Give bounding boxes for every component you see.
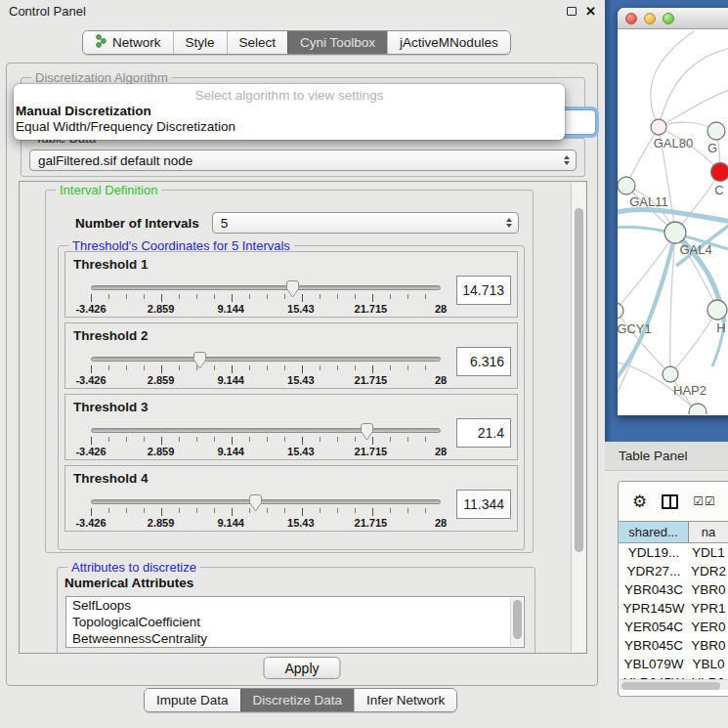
table-cell[interactable]: YBR0	[689, 636, 728, 655]
network-node[interactable]	[663, 366, 678, 382]
threshold-value-field[interactable]: 11.344	[456, 490, 511, 519]
zoom-traffic-light-icon[interactable]	[663, 13, 674, 24]
table-cell[interactable]: YPR1	[689, 599, 728, 618]
tab-style[interactable]: Style	[173, 31, 227, 54]
slider-thumb-icon[interactable]	[248, 493, 263, 513]
threshold-value-field[interactable]: 14.713	[456, 276, 511, 305]
checkbox-icons[interactable]: ☑☑	[693, 494, 716, 508]
tab-cyni-toolbox[interactable]: Cyni Toolbox	[287, 31, 387, 54]
network-node[interactable]	[618, 177, 635, 194]
network-node[interactable]	[664, 222, 686, 243]
numerical-attributes-list[interactable]: SelfLoopsTopologicalCoefficientBetweenne…	[65, 596, 525, 648]
table-cell[interactable]: YBL0	[689, 655, 728, 673]
table-cell[interactable]: YDR27...	[619, 562, 689, 580]
close-traffic-light-icon[interactable]	[625, 13, 637, 24]
network-edge[interactable]	[670, 310, 717, 374]
threshold-slider[interactable]: -3.4262.8599.14415.4321.71528	[91, 499, 441, 529]
slider-ticks	[91, 508, 441, 516]
table-row[interactable]: YDL19... YDL1	[619, 543, 728, 562]
threshold-slider[interactable]: -3.4262.8599.14415.4321.71528	[91, 357, 441, 386]
algorithm-option[interactable]: Manual Discretization	[14, 104, 565, 119]
num-intervals-combobox[interactable]: 5	[212, 212, 519, 234]
network-node[interactable]	[711, 163, 728, 182]
slider-ticks	[91, 294, 441, 302]
table-cell[interactable]: YBR043C	[619, 580, 689, 599]
network-node[interactable]	[618, 303, 623, 319]
threshold-panel: Threshold 1 -3.4262.8599.14415.4321.7152…	[64, 251, 518, 318]
slider-track[interactable]	[91, 285, 441, 290]
close-icon[interactable]: ✕	[585, 5, 596, 18]
network-node[interactable]	[707, 122, 725, 140]
network-edge[interactable]	[659, 88, 728, 127]
table-row[interactable]: YBR043C YBR0	[619, 580, 728, 599]
slider-track[interactable]	[91, 499, 441, 504]
table-data-group: Table Data galFiltered.sif default node	[21, 138, 585, 177]
table-horizontal-scrollbar[interactable]	[620, 679, 728, 690]
network-node[interactable]	[651, 119, 666, 135]
slider-track[interactable]	[91, 357, 441, 362]
panel-title: Control Panel	[9, 4, 86, 19]
network-edge[interactable]	[618, 233, 675, 383]
table-row[interactable]: YBR045C YBR0	[619, 636, 728, 655]
table-row[interactable]: YBL079W YBL0	[619, 655, 728, 673]
table-cell[interactable]: YER054C	[619, 618, 689, 636]
threshold-slider[interactable]: -3.4262.8599.14415.4321.71528	[91, 428, 441, 457]
settings-scrollbar[interactable]	[571, 183, 585, 652]
table-row[interactable]: YIL052C YIL0	[619, 692, 728, 697]
threshold-value-field[interactable]: 6.316	[456, 347, 511, 376]
table-row[interactable]: YPR145W YPR1	[619, 599, 728, 618]
scrollbar-thumb[interactable]	[621, 682, 720, 690]
bottom-tab-discretize-data[interactable]: Discretize Data	[240, 689, 355, 711]
threshold-panel: Threshold 2 -3.4262.8599.14415.4321.7152…	[64, 322, 518, 389]
table-row[interactable]: YDR27... YDR2	[619, 562, 728, 580]
column-header-shared-name[interactable]: shared...	[619, 522, 689, 542]
slider-track[interactable]	[91, 428, 441, 433]
bottom-tab-infer-network[interactable]: Infer Network	[354, 689, 456, 711]
slider-thumb-icon[interactable]	[285, 279, 300, 299]
num-intervals-label: Number of Intervals	[75, 216, 199, 231]
slider-thumb-icon[interactable]	[360, 422, 374, 442]
float-window-icon[interactable]	[567, 7, 577, 16]
table-cell[interactable]: YER0	[689, 618, 728, 636]
algorithm-option[interactable]: Equal Width/Frequency Discretization	[14, 119, 565, 135]
slider-scale-labels: -3.4262.8599.14415.4321.71528	[91, 374, 441, 386]
minimize-traffic-light-icon[interactable]	[644, 13, 656, 24]
attributes-scrollbar[interactable]	[510, 598, 523, 646]
threshold-label: Threshold 3	[73, 400, 149, 414]
scale-label: 15.43	[287, 303, 315, 315]
network-edge[interactable]	[651, 31, 694, 127]
table-cell[interactable]: YBR045C	[619, 636, 689, 655]
threshold-value-field[interactable]: 21.4	[456, 418, 511, 448]
table-cell[interactable]: YDL1	[689, 543, 728, 562]
table-row[interactable]: YER054C YER0	[619, 618, 728, 636]
gear-icon[interactable]: ⚙	[632, 493, 647, 510]
table-cell[interactable]: YIL052C	[619, 692, 689, 697]
network-canvas[interactable]: GAL80GCGAL11GAL4GCY1HHAP2	[618, 29, 728, 414]
attribute-list-item[interactable]: SelfLoops	[66, 597, 524, 614]
table-cell[interactable]: YIL0	[689, 692, 728, 697]
table-cell[interactable]: YBR0	[689, 580, 728, 599]
network-icon	[95, 34, 107, 52]
attribute-list-item[interactable]: TopologicalCoefficient	[66, 614, 524, 630]
tab-jactivemnodules[interactable]: jActiveMNodules	[387, 31, 510, 54]
tab-label: Discretize Data	[253, 693, 343, 707]
table-cell[interactable]: YDL19...	[619, 543, 689, 562]
column-header-name[interactable]: na	[689, 522, 728, 542]
tab-network[interactable]: Network	[83, 31, 173, 54]
table-cell[interactable]: YPR145W	[619, 599, 689, 618]
table-cell[interactable]: YDR2	[689, 562, 728, 580]
attribute-list-item[interactable]: BetweennessCentrality	[66, 630, 524, 647]
threshold-slider[interactable]: -3.4262.8599.14415.4321.71528	[91, 285, 441, 315]
tab-select[interactable]: Select	[227, 31, 288, 54]
attributes-group-title: Attributes to discretize	[67, 560, 200, 575]
apply-button[interactable]: Apply	[263, 657, 340, 679]
slider-thumb-icon[interactable]	[193, 351, 207, 370]
scale-label: 28	[435, 374, 447, 386]
table-cell[interactable]: YBL079W	[619, 655, 689, 673]
table-data-combobox[interactable]: galFiltered.sif default node	[29, 150, 577, 171]
bottom-tab-impute-data[interactable]: Impute Data	[145, 689, 240, 711]
network-edge[interactable]	[659, 47, 728, 127]
scrollbar-thumb[interactable]	[575, 208, 583, 552]
network-node[interactable]	[707, 300, 727, 320]
columns-icon[interactable]	[662, 494, 678, 509]
